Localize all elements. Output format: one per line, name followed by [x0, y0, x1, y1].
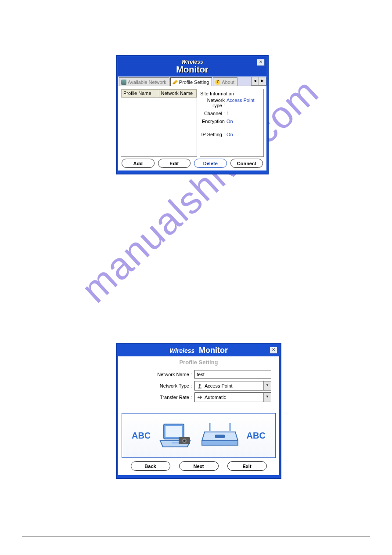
window-title-bar: Wireless Monitor ✕ — [118, 345, 279, 356]
automatic-icon — [197, 394, 203, 400]
svg-point-0 — [199, 384, 201, 386]
tab-available-network[interactable]: Available Network — [119, 77, 169, 86]
transfer-rate-select[interactable]: Automatic ▼ — [194, 392, 271, 402]
access-point-icon — [197, 383, 203, 389]
exit-button[interactable]: Exit — [227, 461, 267, 471]
close-icon[interactable]: ✕ — [270, 347, 277, 354]
network-type-value: Access Point — [225, 98, 261, 108]
ip-setting-label: IP Setting : — [200, 132, 225, 137]
network-name-label: Network Name : — [126, 372, 194, 377]
network-type-value: Access Point — [205, 383, 233, 388]
window-title-bar: Wireless Monitor ✕ — [118, 57, 266, 76]
transfer-rate-value: Automatic — [205, 395, 226, 400]
connect-button[interactable]: Connect — [230, 159, 263, 168]
svg-rect-8 — [215, 435, 225, 438]
tab-label: Available Network — [128, 80, 166, 85]
column-header-network-name[interactable]: Network Name — [159, 89, 197, 98]
title-small: Wireless — [118, 57, 266, 65]
ip-setting-value: On — [225, 132, 261, 137]
channel-value: 1 — [225, 111, 261, 116]
edit-button[interactable]: Edit — [158, 159, 191, 168]
laptop-icon — [158, 421, 193, 450]
network-type-label: Network Type : — [126, 383, 194, 388]
encryption-value: On — [225, 119, 261, 129]
network-type-label: Network Type : — [200, 98, 225, 108]
transfer-rate-label: Transfer Rate : — [126, 395, 194, 400]
svg-rect-3 — [172, 443, 179, 443]
svg-rect-7 — [202, 441, 238, 445]
abc-text-right: ABC — [247, 431, 266, 441]
svg-point-6 — [183, 440, 186, 442]
page-subtitle: Profile Setting — [118, 356, 279, 369]
profile-list-area[interactable] — [121, 98, 197, 156]
title-big-text: Monitor — [199, 346, 228, 355]
svg-rect-2 — [165, 426, 182, 437]
router-icon — [200, 421, 240, 450]
tab-scroll-left-icon[interactable]: ◄ — [251, 77, 259, 86]
pencil-icon — [173, 80, 178, 85]
title-big: Monitor — [118, 65, 266, 74]
add-button[interactable]: Add — [122, 159, 155, 168]
title-small: Wireless — [169, 347, 194, 354]
site-information-group: Site Information Network Type : Access P… — [200, 89, 264, 157]
encryption-label: Encryption : — [200, 119, 225, 129]
network-type-select[interactable]: Access Point ▼ — [194, 381, 271, 391]
tab-about[interactable]: About — [213, 77, 237, 86]
back-button[interactable]: Back — [131, 461, 170, 471]
channel-label: Channel : — [200, 111, 225, 116]
column-header-profile-name[interactable]: Profile Name — [121, 89, 159, 98]
tab-scroll-right-icon[interactable]: ► — [259, 77, 266, 86]
group-legend: Site Information — [200, 91, 234, 96]
close-icon[interactable]: ✕ — [257, 59, 265, 66]
next-button[interactable]: Next — [179, 461, 219, 471]
chevron-down-icon[interactable]: ▼ — [263, 381, 271, 390]
chevron-down-icon[interactable]: ▼ — [263, 393, 271, 402]
tab-label: Profile Setting — [179, 80, 209, 85]
help-icon — [215, 80, 220, 85]
network-name-input[interactable] — [194, 370, 271, 379]
wireless-monitor-profile-wizard-window: Wireless Monitor ✕ Profile Setting Netwo… — [116, 343, 281, 479]
tab-bar: Available Network Profile Setting About … — [118, 76, 266, 86]
abc-text-left: ABC — [132, 431, 151, 441]
delete-button[interactable]: Delete — [194, 159, 227, 168]
tab-profile-setting[interactable]: Profile Setting — [170, 77, 212, 86]
profile-list[interactable]: Profile Name Network Name — [121, 89, 197, 157]
wizard-illustration: ABC — [122, 413, 276, 458]
wireless-monitor-profile-list-window: Wireless Monitor ✕ Available Network Pro… — [116, 55, 269, 174]
tab-label: About — [222, 80, 234, 85]
network-icon — [121, 80, 126, 85]
